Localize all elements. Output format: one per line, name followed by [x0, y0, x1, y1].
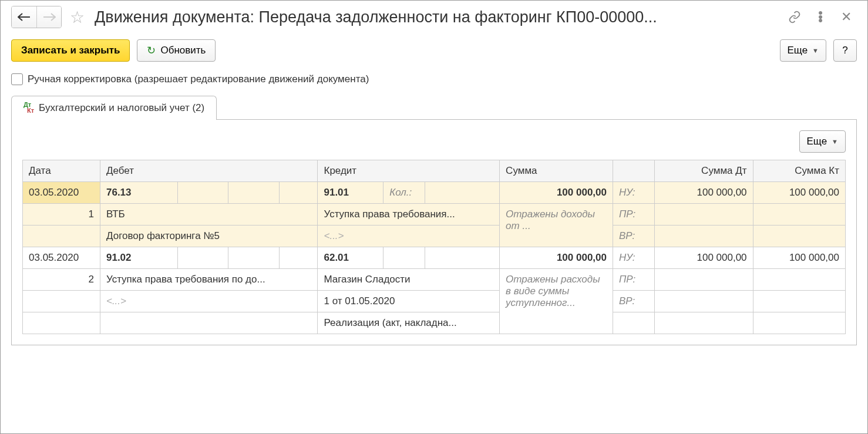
header-credit[interactable]: Кредит: [318, 160, 500, 182]
arrow-left-icon: [18, 13, 31, 21]
cell-debit-sub2: <...>: [100, 291, 318, 312]
cell-desc: Отражены расходы в виде суммы уступленно…: [500, 269, 613, 334]
more-label: Еще: [788, 45, 808, 56]
cell-qty-label: Кол.:: [383, 182, 425, 204]
header-debit[interactable]: Дебет: [100, 160, 318, 182]
toolbar: Записать и закрыть ↻ Обновить Еще ▼ ?: [11, 36, 857, 65]
table-row[interactable]: Реализация (акт, накладна...: [23, 312, 846, 334]
arrow-right-icon: [43, 13, 56, 21]
cell-credit-acc: 62.01: [318, 247, 383, 269]
cell-nu-label: НУ:: [613, 182, 655, 204]
cell-debit-sub1: Уступка права требования по до...: [100, 269, 318, 291]
help-button[interactable]: ?: [833, 39, 857, 62]
cell-sum-dt: 100 000,00: [655, 182, 753, 204]
cell-vr-label: ВР:: [613, 226, 655, 247]
link-icon: [788, 11, 801, 23]
favorite-button[interactable]: ☆: [66, 6, 88, 28]
cell-nu-label: НУ:: [613, 247, 655, 269]
table-row[interactable]: Договор факторинга №5 <...> ВР:: [23, 226, 846, 247]
close-icon: ✕: [841, 9, 852, 25]
dots-vertical-icon: •••: [818, 11, 823, 23]
tab-body: Еще ▼ Дата Дебет Кредит Сумма Сумма Дт С…: [11, 120, 857, 345]
tabs: ДтКт Бухгалтерский и налоговый учет (2): [11, 96, 857, 120]
refresh-button[interactable]: ↻ Обновить: [137, 39, 216, 62]
chevron-down-icon: ▼: [832, 138, 838, 145]
table-row[interactable]: 2 Уступка права требования по до... Мага…: [23, 269, 846, 291]
header-row: Дата Дебет Кредит Сумма Сумма Дт Сумма К…: [23, 160, 846, 182]
back-button[interactable]: [12, 6, 36, 28]
cell-sum-kt: 100 000,00: [753, 247, 845, 269]
cell-debit-sub2: Договор факторинга №5: [100, 226, 318, 247]
header-blank[interactable]: [613, 160, 655, 182]
link-button[interactable]: [784, 6, 805, 28]
manual-correction-label: Ручная корректировка (разрешает редактир…: [28, 73, 369, 85]
refresh-label: Обновить: [160, 45, 206, 56]
cell-n: 2: [23, 269, 100, 291]
table-row[interactable]: 1 ВТБ Уступка права требования... Отраже…: [23, 204, 846, 226]
cell-credit-acc: 91.01: [318, 182, 383, 204]
tab-accounting[interactable]: ДтКт Бухгалтерский и налоговый учет (2): [11, 96, 217, 120]
cell-pr-label: ПР:: [613, 269, 655, 291]
titlebar: ☆ Движения документа: Передача задолженн…: [11, 1, 857, 33]
table-row[interactable]: 03.05.2020 76.13 91.01 Кол.: 100 000,00 …: [23, 182, 846, 204]
star-icon: ☆: [70, 8, 85, 27]
manual-correction-row: Ручная корректировка (разрешает редактир…: [11, 73, 857, 85]
inner-toolbar: Еще ▼: [22, 130, 846, 153]
cell-sum-dt: 100 000,00: [655, 247, 753, 269]
cell-date: 03.05.2020: [23, 182, 100, 204]
dtkt-icon: ДтКт: [23, 102, 34, 114]
cell-debit-sub1: ВТБ: [100, 204, 318, 226]
window: ☆ Движения документа: Передача задолженн…: [0, 0, 868, 434]
header-sum-kt[interactable]: Сумма Кт: [753, 160, 845, 182]
header-sum[interactable]: Сумма: [500, 160, 613, 182]
table-row[interactable]: <...> 1 от 01.05.2020 ВР:: [23, 291, 846, 312]
cell-credit-sub2: <...>: [318, 226, 500, 247]
page-title: Движения документа: Передача задолженнос…: [95, 8, 657, 26]
accounting-table: Дата Дебет Кредит Сумма Сумма Дт Сумма К…: [22, 160, 846, 334]
cell-sum-kt: 100 000,00: [753, 182, 845, 204]
manual-correction-checkbox[interactable]: [11, 73, 23, 85]
forward-button[interactable]: [36, 6, 61, 28]
save-close-button[interactable]: Записать и закрыть: [11, 39, 130, 62]
cell-debit-acc: 76.13: [100, 182, 177, 204]
help-label: ?: [842, 45, 847, 56]
save-close-label: Записать и закрыть: [21, 45, 120, 56]
nav-group: [11, 6, 62, 28]
inner-more-label: Еще: [807, 136, 827, 147]
header-sum-dt[interactable]: Сумма Дт: [655, 160, 753, 182]
cell-vr-label: ВР:: [613, 291, 655, 312]
cell-credit-sub1: Уступка права требования...: [318, 204, 500, 226]
cell-credit-sub2: 1 от 01.05.2020: [318, 291, 500, 312]
cell-credit-sub1: Магазин Сладости: [318, 269, 500, 291]
cell-pr-label: ПР:: [613, 204, 655, 226]
header-date[interactable]: Дата: [23, 160, 100, 182]
cell-desc: Отражены доходы от ...: [500, 204, 613, 247]
table-row[interactable]: 03.05.2020 91.02 62.01 100 000,00 НУ: 10…: [23, 247, 846, 269]
more-button[interactable]: Еще ▼: [780, 39, 826, 62]
refresh-icon: ↻: [147, 44, 156, 57]
cell-credit-sub3: Реализация (акт, накладна...: [318, 312, 500, 334]
menu-button[interactable]: •••: [810, 6, 831, 28]
close-button[interactable]: ✕: [836, 6, 857, 28]
cell-date: 03.05.2020: [23, 247, 100, 269]
chevron-down-icon: ▼: [812, 47, 819, 54]
inner-more-button[interactable]: Еще ▼: [799, 130, 846, 153]
cell-sum: 100 000,00: [500, 247, 613, 269]
tab-label: Бухгалтерский и налоговый учет (2): [39, 102, 204, 114]
cell-n: 1: [23, 204, 100, 226]
cell-sum: 100 000,00: [500, 182, 613, 204]
cell-debit-acc: 91.02: [100, 247, 177, 269]
